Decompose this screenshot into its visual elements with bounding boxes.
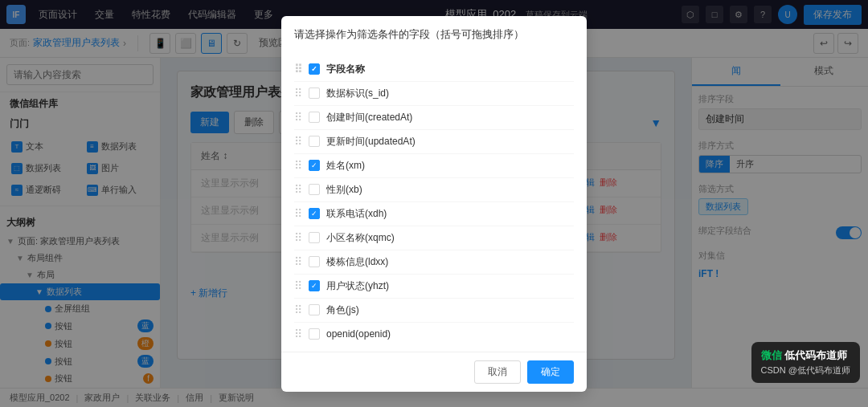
field-row-gender: ⠿ 性别(xb) (294, 178, 574, 202)
field-checkbox-role[interactable] (309, 304, 320, 315)
field-header-row: ⠿ 字段名称 (294, 58, 574, 82)
field-row-name: ⠿ 姓名(xm) (294, 154, 574, 178)
drag-handle-icon: ⠿ (294, 231, 302, 244)
drag-handle-icon: ⠿ (294, 63, 302, 75)
field-label-updated: 更新时间(updatedAt) (326, 135, 416, 149)
field-row-openid: ⠿ openid(openid) (294, 323, 574, 345)
field-label-id: 数据标识(s_id) (326, 87, 389, 100)
field-label-status: 用户状态(yhzt) (326, 279, 389, 293)
header-checkbox[interactable] (309, 63, 320, 75)
drag-handle-icon: ⠿ (294, 87, 302, 100)
watermark-line2: CSDN @低代码布道师 (761, 364, 850, 376)
modal-overlay: 请选择操作为筛选条件的字段（括号可拖拽排序） ⠿ 字段名称 ⠿ 数据标识(s_i… (0, 0, 868, 407)
field-row-community: ⠿ 小区名称(xqmc) (294, 226, 574, 250)
field-row-building: ⠿ 楼栋信息(ldxx) (294, 250, 574, 275)
field-row-created: ⠿ 创建时间(createdAt) (294, 106, 574, 130)
drag-handle-icon: ⠿ (294, 159, 302, 172)
field-row-role: ⠿ 角色(js) (294, 299, 574, 323)
modal-ok-button[interactable]: 确定 (527, 360, 574, 384)
drag-handle-icon: ⠿ (294, 183, 302, 196)
modal-body: ⠿ 字段名称 ⠿ 数据标识(s_id) ⠿ 创建时间(createdAt) ⠿ … (281, 51, 587, 352)
field-label-name: 姓名(xm) (326, 159, 365, 173)
field-checkbox-updated[interactable] (309, 136, 320, 147)
field-checkbox-name[interactable] (309, 160, 320, 171)
watermark-line1: 微信 低代码布道师 (761, 348, 850, 363)
drag-handle-icon: ⠿ (294, 255, 302, 268)
modal-cancel-button[interactable]: 取消 (474, 360, 521, 384)
field-label-community: 小区名称(xqmc) (326, 231, 395, 245)
field-row-id: ⠿ 数据标识(s_id) (294, 82, 574, 106)
field-label-phone: 联系电话(xdh) (326, 207, 387, 221)
field-name-header: 字段名称 (326, 63, 365, 76)
field-checkbox-created[interactable] (309, 112, 320, 123)
field-checkbox-openid[interactable] (309, 328, 320, 340)
field-label-openid: openid(openid) (326, 328, 391, 340)
field-checkbox-gender[interactable] (309, 184, 320, 195)
modal-footer: 取消 确定 (281, 352, 587, 392)
field-checkbox-id[interactable] (309, 88, 320, 99)
field-row-phone: ⠿ 联系电话(xdh) (294, 202, 574, 226)
field-checkbox-building[interactable] (309, 256, 320, 267)
drag-handle-icon: ⠿ (294, 279, 302, 292)
field-checkbox-phone[interactable] (309, 208, 320, 219)
drag-handle-icon: ⠿ (294, 328, 302, 340)
drag-handle-icon: ⠿ (294, 111, 302, 124)
field-select-modal: 请选择操作为筛选条件的字段（括号可拖拽排序） ⠿ 字段名称 ⠿ 数据标识(s_i… (281, 16, 587, 392)
field-label-building: 楼栋信息(ldxx) (326, 255, 388, 269)
drag-handle-icon: ⠿ (294, 135, 302, 148)
field-label-gender: 性别(xb) (326, 183, 362, 197)
field-label-created: 创建时间(createdAt) (326, 111, 412, 124)
watermark: 微信 低代码布道师 CSDN @低代码布道师 (751, 342, 860, 383)
field-label-role: 角色(js) (326, 303, 359, 317)
field-row-updated: ⠿ 更新时间(updatedAt) (294, 130, 574, 154)
field-checkbox-community[interactable] (309, 232, 320, 243)
drag-handle-icon: ⠿ (294, 303, 302, 316)
drag-handle-icon: ⠿ (294, 207, 302, 220)
modal-header: 请选择操作为筛选条件的字段（括号可拖拽排序） (281, 16, 587, 51)
field-checkbox-status[interactable] (309, 280, 320, 291)
modal-title: 请选择操作为筛选条件的字段（括号可拖拽排序） (294, 27, 574, 42)
field-row-status: ⠿ 用户状态(yhzt) (294, 275, 574, 299)
